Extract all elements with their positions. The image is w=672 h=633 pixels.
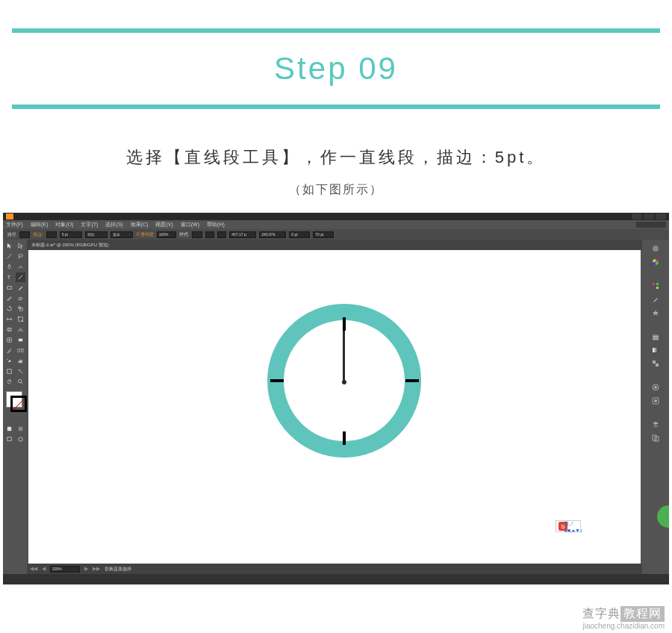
hand-tool[interactable] — [4, 377, 14, 387]
search-input[interactable] — [636, 222, 666, 228]
shape-builder-tool[interactable] — [4, 325, 14, 334]
y-input[interactable]: 240.976 — [259, 231, 286, 238]
svg-rect-39 — [653, 361, 656, 364]
svg-point-9 — [22, 320, 23, 322]
stroke-color-swatch[interactable] — [10, 396, 27, 412]
svg-point-46 — [654, 399, 657, 402]
pencil-tool[interactable] — [4, 293, 14, 303]
draw-mode-icon[interactable] — [16, 434, 25, 444]
rotate-tool[interactable] — [4, 304, 14, 314]
lasso-tool[interactable] — [16, 252, 25, 261]
type-tool[interactable]: T — [4, 272, 14, 282]
h-input[interactable]: 70 pt — [313, 231, 334, 238]
instruction-main: 选择【直线段工具】，作一直线段，描边：5pt。 — [0, 146, 672, 169]
x-input[interactable]: 407.17 p — [229, 231, 256, 238]
svg-rect-38 — [653, 348, 659, 352]
symbols-panel-icon[interactable] — [650, 307, 662, 319]
eraser-tool[interactable] — [16, 293, 25, 303]
width-tool[interactable] — [4, 314, 14, 324]
slice-tool[interactable] — [16, 367, 25, 376]
curvature-tool[interactable] — [16, 262, 25, 272]
svg-rect-42 — [653, 364, 656, 367]
clock-center-dot — [342, 380, 346, 384]
nav-last-icon[interactable]: ▶▶ — [93, 566, 100, 572]
paintbrush-tool[interactable] — [16, 283, 25, 293]
mesh-tool[interactable] — [4, 335, 14, 345]
appearance-panel-icon[interactable] — [650, 381, 662, 393]
svg-rect-41 — [656, 361, 659, 364]
menu-edit[interactable]: 编辑(E) — [31, 221, 48, 228]
transparency-panel-icon[interactable] — [650, 358, 662, 369]
menu-select[interactable]: 选择(S) — [105, 221, 122, 228]
opacity-input[interactable]: 100% — [157, 231, 176, 238]
column-graph-tool[interactable] — [16, 356, 25, 366]
perspective-grid-tool[interactable] — [16, 325, 25, 334]
color-mode-icon[interactable] — [4, 424, 14, 434]
document-tab[interactable]: 未标题-2.ai* @ 200% (RGB/GPU 预览) — [27, 240, 642, 250]
stroke-weight-input[interactable]: 5 pt — [60, 231, 82, 238]
ime-status: 英ノ●■,●▼♪ — [569, 522, 578, 531]
rectangle-tool[interactable] — [4, 283, 14, 293]
nav-prev-icon[interactable]: ◀ — [42, 566, 46, 572]
blend-tool[interactable] — [16, 346, 25, 355]
align-icon[interactable] — [205, 231, 214, 238]
gradient-tool[interactable] — [16, 335, 25, 345]
menu-file[interactable]: 文件(F) — [6, 221, 23, 228]
line-segment-tool[interactable] — [16, 272, 25, 282]
eyedropper-tool[interactable] — [4, 346, 14, 355]
svg-point-0 — [18, 255, 22, 258]
layers-panel-icon[interactable] — [650, 419, 662, 431]
scale-tool[interactable] — [16, 304, 25, 314]
nav-first-icon[interactable]: ◀◀ — [30, 566, 37, 572]
magic-wand-tool[interactable] — [4, 252, 14, 261]
zoom-tool[interactable] — [16, 377, 25, 387]
stroke-swatch[interactable] — [46, 231, 57, 238]
illustrator-window: 文件(F) 编辑(E) 对象(O) 文字(T) 选择(S) 效果(C) 视图(V… — [3, 213, 669, 584]
graphic-styles-panel-icon[interactable] — [650, 395, 662, 407]
gradient-mode-icon[interactable] — [16, 424, 25, 434]
artboard-tool[interactable] — [4, 367, 14, 376]
tick-12 — [343, 317, 346, 331]
header-rule-bottom — [12, 105, 660, 109]
watermark-prefix: 查字典 — [582, 607, 620, 620]
color-guide-panel-icon[interactable] — [650, 256, 662, 268]
direct-selection-tool[interactable] — [16, 241, 25, 251]
free-transform-tool[interactable] — [16, 314, 25, 324]
brushes-panel-icon[interactable] — [650, 293, 662, 305]
nav-next-icon[interactable]: ▶ — [84, 566, 88, 572]
stroke-panel-icon[interactable] — [650, 331, 662, 343]
screen-mode-icon[interactable] — [4, 434, 14, 444]
zoom-input[interactable]: 200% — [50, 566, 80, 573]
menu-object[interactable]: 对象(O) — [55, 221, 73, 228]
gradient-panel-icon[interactable] — [650, 344, 662, 356]
color-panel-icon[interactable] — [650, 243, 662, 255]
menu-effect[interactable]: 效果(C) — [131, 221, 149, 228]
ime-toolbar[interactable]: S 英ノ●■,●▼♪ — [556, 520, 581, 532]
brush-definition[interactable]: 基本 — [111, 231, 133, 238]
control-bar: 路径 描边: 5 pt 等比 基本 不透明度 100% 样式: 407.17 p… — [3, 229, 669, 240]
style-swatch[interactable] — [192, 231, 202, 238]
menu-window[interactable]: 窗口(W) — [181, 221, 199, 228]
symbol-sprayer-tool[interactable] — [4, 356, 14, 366]
svg-rect-23 — [7, 369, 11, 373]
path-label: 路径 — [7, 231, 16, 238]
app-logo-icon — [6, 213, 13, 219]
svg-rect-16 — [17, 349, 19, 352]
stroke-label: 描边: — [33, 231, 43, 238]
swatches-panel-icon[interactable] — [650, 280, 662, 292]
titlebar — [3, 213, 669, 220]
menu-type[interactable]: 文字(T) — [81, 221, 98, 228]
artboards-panel-icon[interactable] — [650, 432, 662, 444]
watermark-box: 教程网 — [620, 606, 665, 622]
selection-tool[interactable] — [4, 241, 14, 251]
menu-view[interactable]: 视图(V) — [155, 221, 172, 228]
tick-6 — [343, 431, 346, 445]
shape-icon[interactable] — [217, 231, 226, 238]
canvas[interactable]: S 英ノ●■,●▼♪ — [28, 250, 641, 564]
menu-help[interactable]: 帮助(H) — [207, 221, 225, 228]
stroke-profile[interactable]: 等比 — [85, 231, 108, 238]
pen-tool[interactable] — [4, 262, 14, 272]
svg-point-18 — [7, 359, 7, 360]
fill-swatch[interactable] — [19, 231, 30, 238]
w-input[interactable]: 0 pt — [289, 231, 310, 238]
